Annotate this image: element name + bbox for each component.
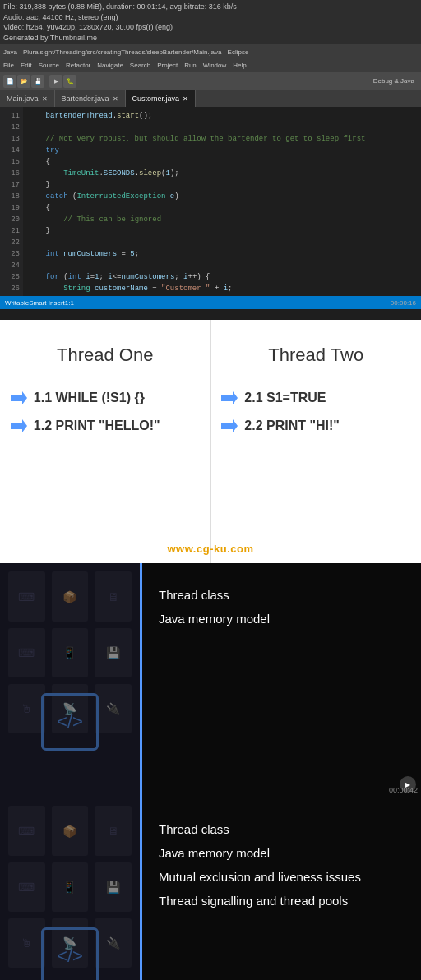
status-position: 1:1: [65, 299, 74, 307]
toolbar-btn-new[interactable]: 📄: [3, 75, 16, 88]
pattern-item: 📱: [52, 862, 89, 912]
ide-toolbar: 📄 📂 💾 ▶ 🐛 Debug & Java: [0, 72, 421, 90]
tab-customer-java[interactable]: Customer.java ✕: [126, 90, 197, 107]
course-left-2: ⌨ 📦 🖥 ⌨ 📱 💾 🖱 📡 🔌 </>: [0, 797, 140, 980]
slide-threads: Thread One 1.1 WHILE (!S1) {} 1.2 PRINT …: [0, 320, 421, 563]
course-item-thread-class-1: Thread class: [159, 588, 405, 602]
svg-marker-1: [11, 419, 27, 432]
menu-help[interactable]: Help: [233, 62, 246, 69]
status-insert: Smart Insert: [29, 299, 65, 307]
course-pattern-1: ⌨ 📦 🖥 ⌨ 📱 💾 🖱 📡 🔌 </>: [0, 563, 140, 797]
thread-two-arrow-1: [221, 391, 238, 404]
thread-two-text-1: 2.1 S1=TRUE: [244, 391, 326, 405]
pattern-item: 📱: [52, 628, 89, 677]
debug-label: Debug & Java: [373, 77, 414, 85]
ide-statusbar: Writable Smart Insert 1:1 00:00:16: [0, 296, 421, 309]
thread-one-arrow-2: [11, 419, 27, 432]
code-content: bartenderThread.start(); // Not very rob…: [23, 107, 421, 296]
ide-titlebar: Java - Pluralsight/Threading/src/creatin…: [0, 44, 421, 59]
pattern-item: 📦: [52, 806, 89, 855]
ide-timestamp: 00:00:16: [391, 299, 416, 307]
thread-one-column: Thread One 1.1 WHILE (!S1) {} 1.2 PRINT …: [0, 320, 211, 563]
slide-course-2: ⌨ 📦 🖥 ⌨ 📱 💾 🖱 📡 🔌 </> Thread class Java …: [0, 797, 421, 980]
course-item-java-memory-2: Java memory model: [159, 846, 405, 860]
info-line-3: Video: h264, yuv420p, 1280x720, 30.00 fp…: [3, 22, 418, 33]
toolbar-group-2: ▶ 🐛: [49, 75, 76, 88]
menu-search[interactable]: Search: [130, 62, 150, 69]
pattern-item: 🔌: [95, 684, 132, 733]
info-line-2: Audio: aac, 44100 Hz, stereo (eng): [3, 12, 418, 23]
ide-tabs: Main.java ✕ Bartender.java ✕ Customer.ja…: [0, 90, 421, 107]
pattern-item: 🖥: [95, 806, 132, 855]
slide-course-1: ⌨ 📦 🖥 ⌨ 📱 💾 🖱 📡 🔌 </> Thread class Java …: [0, 563, 421, 797]
course-item-java-memory-1: Java memory model: [159, 612, 405, 626]
info-bar: File: 319,388 bytes (0.88 MiB), duration…: [0, 0, 421, 44]
course-item-thread-class-2: Thread class: [159, 822, 405, 836]
course-item-mutual-exclusion: Mutual exclusion and liveness issues: [159, 870, 405, 884]
pattern-item: 📦: [52, 571, 89, 621]
course-pattern-2: ⌨ 📦 🖥 ⌨ 📱 💾 🖱 📡 🔌 </>: [0, 797, 140, 980]
timestamp-1: 00:00:42: [389, 786, 418, 794]
thread-two-item-2: 2.2 PRINT "HI!": [221, 418, 410, 433]
svg-marker-2: [221, 391, 238, 404]
pattern-item: ⌨: [8, 806, 45, 855]
course-left-1: ⌨ 📦 🖥 ⌨ 📱 💾 🖱 📡 🔌 </>: [0, 563, 140, 797]
pattern-item: 🖥: [95, 571, 132, 621]
pattern-item: ⌨: [8, 628, 45, 677]
thread-two-item-1: 2.1 S1=TRUE: [221, 391, 410, 405]
pattern-grid-1: ⌨ 📦 🖥 ⌨ 📱 💾 🖱 📡 🔌: [0, 563, 140, 797]
svg-marker-3: [221, 419, 238, 432]
ide-menubar[interactable]: File Edit Source Refactor Navigate Searc…: [0, 59, 421, 72]
course-right-2: Thread class Java memory model Mutual ex…: [140, 797, 421, 980]
tab-close-customer[interactable]: ✕: [183, 95, 188, 103]
thread-one-item-2: 1.2 PRINT "HELLO!": [11, 418, 200, 433]
menu-refactor[interactable]: Refactor: [66, 62, 90, 69]
thread-two-text-2: 2.2 PRINT "HI!": [244, 418, 340, 433]
menu-project[interactable]: Project: [157, 62, 178, 69]
toolbar-group-1: 📄 📂 💾: [3, 75, 44, 88]
info-line-4: Generated by Thumbnail.me: [3, 33, 418, 44]
pattern-item: 💾: [95, 862, 132, 912]
course-right-1: Thread class Java memory model: [140, 563, 421, 797]
pattern-item: 🖱: [8, 918, 45, 968]
menu-navigate[interactable]: Navigate: [97, 62, 123, 69]
thread-columns: Thread One 1.1 WHILE (!S1) {} 1.2 PRINT …: [0, 320, 421, 563]
menu-source[interactable]: Source: [39, 62, 59, 69]
pattern-item: ⌨: [8, 862, 45, 912]
ide-title: Java - Pluralsight/Threading/src/creatin…: [3, 49, 248, 56]
watermark: www.cg-ku.com: [168, 543, 254, 555]
toolbar-btn-open[interactable]: 📂: [17, 75, 30, 88]
menu-window[interactable]: Window: [203, 62, 226, 69]
pattern-item: 🖱: [8, 684, 45, 733]
tab-bartender-java[interactable]: Bartender.java ✕: [55, 90, 126, 107]
thread-one-arrow-1: [11, 391, 27, 404]
toolbar-btn-run[interactable]: ▶: [49, 75, 62, 88]
svg-marker-0: [11, 391, 27, 404]
thread-two-title: Thread Two: [268, 344, 363, 366]
menu-file[interactable]: File: [3, 62, 14, 69]
tab-close-main[interactable]: ✕: [42, 95, 48, 103]
menu-edit[interactable]: Edit: [21, 62, 32, 69]
code-icon-2: </>: [41, 927, 99, 980]
tab-close-bartender[interactable]: ✕: [113, 95, 118, 103]
toolbar-btn-debug[interactable]: 🐛: [63, 75, 76, 88]
thread-one-title: Thread One: [57, 344, 153, 366]
code-area: 11 12 13 14 15 16 17 18 19 20 21 22 23 2…: [0, 107, 421, 296]
toolbar-btn-save[interactable]: 💾: [31, 75, 44, 88]
pattern-item: 💾: [95, 628, 132, 677]
ide-window: Java - Pluralsight/Threading/src/creatin…: [0, 44, 421, 320]
info-line-1: File: 319,388 bytes (0.88 MiB), duration…: [3, 2, 418, 12]
pattern-item: ⌨: [8, 571, 45, 621]
thread-one-text-1: 1.1 WHILE (!S1) {}: [34, 391, 145, 405]
thread-one-text-2: 1.2 PRINT "HELLO!": [34, 418, 160, 433]
course-item-thread-signalling: Thread signalling and thread pools: [159, 894, 405, 908]
thread-one-item-1: 1.1 WHILE (!S1) {}: [11, 391, 200, 405]
thread-two-arrow-2: [221, 419, 238, 432]
menu-run[interactable]: Run: [184, 62, 197, 69]
status-writable: Writable: [5, 299, 29, 307]
tab-main-java[interactable]: Main.java ✕: [0, 90, 55, 107]
code-icon-1: </>: [41, 693, 99, 751]
line-numbers: 11 12 13 14 15 16 17 18 19 20 21 22 23 2…: [0, 107, 23, 296]
thread-two-column: Thread Two 2.1 S1=TRUE 2.2 PRINT "HI!": [211, 320, 422, 563]
pattern-item: 🔌: [95, 918, 132, 968]
